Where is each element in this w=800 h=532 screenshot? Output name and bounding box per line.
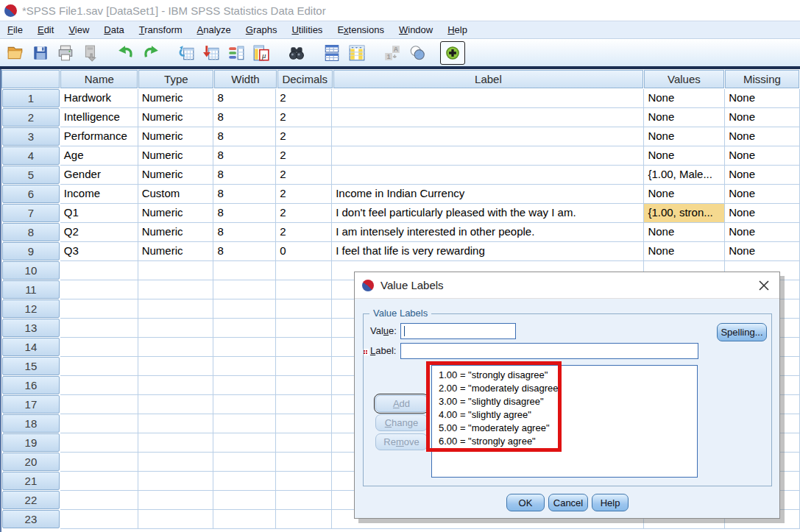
- row-header-11[interactable]: 11: [2, 280, 60, 299]
- cell-width[interactable]: [213, 261, 276, 280]
- cell-missing[interactable]: None: [725, 146, 800, 166]
- cell-type[interactable]: [138, 357, 214, 376]
- cell-name[interactable]: Income: [60, 185, 138, 204]
- value-label-item[interactable]: 6.00 = "strongly agree": [432, 435, 697, 448]
- cell-decimals[interactable]: [276, 414, 332, 433]
- cell-decimals[interactable]: [276, 433, 332, 453]
- cell-width[interactable]: 8: [213, 185, 276, 204]
- row-header-12[interactable]: 12: [2, 299, 60, 318]
- cell-decimals[interactable]: [276, 261, 332, 280]
- cell-values[interactable]: None: [644, 108, 725, 127]
- cell-label[interactable]: I am intensely interested in other peopl…: [332, 223, 644, 242]
- cell-decimals[interactable]: 2: [276, 89, 332, 108]
- cell-values[interactable]: None: [644, 242, 725, 261]
- cell-type[interactable]: [138, 491, 214, 510]
- value-label-item[interactable]: 4.00 = "slightly agree": [432, 408, 697, 422]
- cell-type[interactable]: Numeric: [138, 146, 214, 166]
- cell-name[interactable]: [60, 280, 138, 299]
- menu-item-extensions[interactable]: Extensions: [330, 22, 392, 38]
- row-header-20[interactable]: 20: [2, 453, 60, 471]
- row-header-3[interactable]: 3: [2, 127, 60, 146]
- cell-type[interactable]: [138, 299, 214, 319]
- cell-width[interactable]: 8: [213, 127, 276, 146]
- cell-width[interactable]: [213, 357, 276, 376]
- cell-width[interactable]: [213, 376, 276, 395]
- cell-type[interactable]: Numeric: [138, 223, 214, 242]
- cell-type[interactable]: [138, 433, 214, 453]
- cell-width[interactable]: [213, 280, 276, 299]
- cell-missing[interactable]: None: [725, 204, 800, 223]
- cell-name[interactable]: Q2: [60, 223, 138, 242]
- row-header-19[interactable]: 19: [2, 433, 60, 452]
- close-icon[interactable]: [757, 279, 771, 292]
- cell-name[interactable]: [60, 414, 138, 433]
- cell-width[interactable]: [213, 453, 276, 472]
- cell-name[interactable]: [60, 491, 138, 510]
- find-icon[interactable]: [284, 41, 309, 65]
- cell-width[interactable]: 8: [213, 166, 276, 185]
- cell-width[interactable]: [213, 338, 276, 357]
- cell-type[interactable]: [138, 414, 214, 433]
- value-input[interactable]: [400, 323, 516, 339]
- cell-name[interactable]: [60, 338, 138, 357]
- cell-decimals[interactable]: 2: [276, 127, 332, 146]
- row-header-8[interactable]: 8: [2, 223, 60, 241]
- label-input[interactable]: [400, 343, 698, 359]
- cell-label[interactable]: I don't feel particularly pleased with t…: [332, 204, 644, 223]
- cell-decimals[interactable]: [276, 510, 332, 529]
- cell-width[interactable]: [213, 510, 276, 529]
- cell-decimals[interactable]: [276, 491, 332, 510]
- cell-name[interactable]: Performance: [60, 127, 138, 146]
- cell-type[interactable]: [138, 376, 214, 395]
- cell-missing[interactable]: None: [725, 108, 800, 127]
- cell-missing[interactable]: None: [725, 242, 800, 261]
- cell-decimals[interactable]: [276, 376, 332, 395]
- cell-decimals[interactable]: [276, 338, 332, 357]
- cell-width[interactable]: 8: [213, 146, 276, 166]
- menu-item-view[interactable]: View: [61, 22, 96, 38]
- value-labels-list[interactable]: 1.00 = "strongly disagree"2.00 = "modera…: [431, 365, 698, 478]
- cell-type[interactable]: [138, 395, 214, 414]
- cell-width[interactable]: [213, 472, 276, 491]
- cell-type[interactable]: Custom: [138, 185, 214, 204]
- cell-label[interactable]: [332, 146, 644, 166]
- cell-name[interactable]: [60, 453, 138, 472]
- menu-item-window[interactable]: Window: [392, 22, 440, 38]
- row-header-15[interactable]: 15: [2, 357, 60, 375]
- cell-name[interactable]: [60, 376, 138, 395]
- cell-decimals[interactable]: [276, 299, 332, 319]
- menu-item-edit[interactable]: Edit: [30, 22, 61, 38]
- spelling-button[interactable]: Spelling...: [717, 323, 767, 341]
- cell-decimals[interactable]: [276, 453, 332, 472]
- row-header-21[interactable]: 21: [2, 472, 60, 490]
- cell-type[interactable]: Numeric: [138, 89, 214, 108]
- column-header-label[interactable]: Label: [333, 70, 643, 88]
- cell-type[interactable]: Numeric: [138, 127, 214, 146]
- cell-name[interactable]: [60, 319, 138, 338]
- cell-decimals[interactable]: 2: [276, 146, 332, 166]
- menu-item-graphs[interactable]: Graphs: [238, 22, 285, 38]
- menu-item-utilities[interactable]: Utilities: [284, 22, 330, 38]
- cell-type[interactable]: [138, 261, 214, 280]
- cell-type[interactable]: [138, 319, 214, 338]
- cell-name[interactable]: [60, 472, 138, 491]
- cell-label[interactable]: Income in Indian Currency: [332, 185, 644, 204]
- cell-values[interactable]: {1.00, Male...: [644, 166, 725, 185]
- row-header-14[interactable]: 14: [2, 338, 60, 356]
- cell-width[interactable]: [213, 414, 276, 433]
- column-header-values[interactable]: Values: [644, 70, 724, 88]
- cell-width[interactable]: [213, 491, 276, 510]
- cell-type[interactable]: [138, 453, 214, 472]
- cell-decimals[interactable]: [276, 395, 332, 414]
- cell-missing[interactable]: None: [725, 166, 800, 185]
- value-label-item[interactable]: 1.00 = "strongly disagree": [432, 366, 697, 382]
- cell-values[interactable]: None: [644, 223, 725, 242]
- split-file-icon[interactable]: [319, 41, 344, 65]
- cell-missing[interactable]: None: [725, 89, 800, 108]
- row-header-16[interactable]: 16: [2, 376, 60, 394]
- variables-icon[interactable]: [224, 41, 249, 65]
- corner-header-cell[interactable]: [1, 70, 60, 88]
- cell-name[interactable]: [60, 433, 138, 453]
- row-header-7[interactable]: 7: [2, 204, 60, 222]
- redo-icon[interactable]: [138, 41, 163, 65]
